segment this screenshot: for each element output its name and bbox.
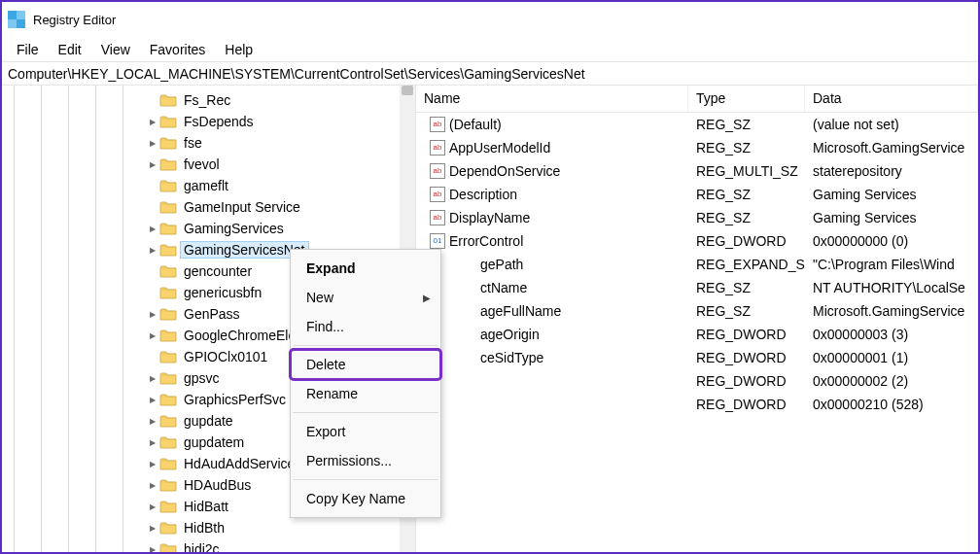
context-menu-item-permissions-[interactable]: Permissions...: [291, 446, 440, 475]
tree-node-label: HidBth: [180, 519, 228, 537]
context-menu-item-expand[interactable]: Expand: [291, 254, 440, 283]
expander-icon[interactable]: ▶: [146, 331, 159, 340]
expander-icon[interactable]: ▶: [146, 225, 159, 233]
expander-icon[interactable]: ▶: [146, 139, 159, 148]
value-row[interactable]: 01ageOriginREG_DWORD0x00000003 (3): [416, 323, 978, 346]
value-row[interactable]: abDependOnServiceREG_MULTI_SZstatereposi…: [416, 159, 978, 183]
value-row[interactable]: 01TypeREG_DWORD0x00000210 (528): [416, 393, 978, 416]
value-row[interactable]: abDisplayNameREG_SZGaming Services: [416, 206, 978, 229]
tree-node-label: gupdate: [180, 412, 237, 430]
value-type: REG_DWORD: [688, 372, 805, 390]
context-menu-item-new[interactable]: New▶: [291, 283, 440, 312]
value-row[interactable]: 01ErrorControlREG_DWORD0x00000000 (0): [416, 229, 978, 253]
expander-icon[interactable]: ▶: [146, 524, 159, 533]
expander-icon[interactable]: ▶: [146, 374, 159, 383]
context-menu-item-export[interactable]: Export: [291, 417, 440, 446]
value-data: NT AUTHORITY\LocalSe: [805, 279, 978, 296]
value-data: 0x00000002 (2): [805, 372, 978, 390]
context-menu-label: Delete: [306, 357, 345, 372]
value-row[interactable]: ab(Default)REG_SZ(value not set): [416, 113, 978, 136]
address-bar[interactable]: Computer\HKEY_LOCAL_MACHINE\SYSTEM\Curre…: [2, 62, 978, 86]
expander-icon[interactable]: ▶: [146, 160, 159, 169]
tree-node[interactable]: ▶HidBth: [142, 517, 415, 538]
value-row[interactable]: abAppUserModelIdREG_SZMicrosoft.GamingSe…: [416, 136, 978, 159]
folder-icon: [159, 286, 177, 299]
value-row[interactable]: abctNameREG_SZNT AUTHORITY\LocalSe: [416, 276, 978, 299]
context-menu-item-find-[interactable]: Find...: [291, 312, 440, 341]
context-menu-item-copy-key-name[interactable]: Copy Key Name: [291, 484, 440, 513]
context-menu-label: Permissions...: [306, 453, 392, 468]
menu-item-file[interactable]: File: [7, 39, 49, 60]
menu-item-view[interactable]: View: [91, 39, 140, 60]
column-header-type[interactable]: Type: [688, 86, 805, 112]
tree-node[interactable]: ▶GamingServices: [142, 218, 415, 239]
value-name-cell: 01ageOrigin: [416, 326, 688, 343]
value-row[interactable]: abgePathREG_EXPAND_SZ"C:\Program Files\W…: [416, 253, 978, 276]
value-name: ageOrigin: [480, 327, 540, 342]
folder-icon: [159, 243, 177, 257]
string-value-icon: ab: [430, 163, 445, 179]
tree-node-label: genericusbfn: [180, 284, 265, 301]
tree-node[interactable]: ▶fvevol: [142, 154, 415, 175]
tree-node[interactable]: GameInput Service: [142, 196, 415, 218]
tree-node-label: fvevol: [180, 156, 224, 173]
value-data: 0x00000001 (1): [805, 349, 978, 366]
expander-icon[interactable]: ▶: [146, 396, 159, 404]
menu-item-edit[interactable]: Edit: [49, 39, 91, 60]
value-type: REG_SZ: [688, 209, 805, 226]
context-menu-label: Find...: [306, 319, 344, 334]
tree-node-label: gpsvc: [180, 369, 224, 387]
tree-node[interactable]: ▶FsDepends: [142, 111, 415, 132]
tree-node[interactable]: ▶fse: [142, 132, 415, 154]
column-header-data[interactable]: Data: [805, 86, 978, 112]
context-menu-item-delete[interactable]: Delete: [291, 350, 440, 379]
menu-item-favorites[interactable]: Favorites: [140, 39, 216, 60]
values-pane: Name Type Data ab(Default)REG_SZ(value n…: [416, 86, 978, 552]
column-header-name[interactable]: Name: [416, 86, 688, 112]
tree-node[interactable]: ▶hidi2c: [142, 538, 415, 552]
value-name: ctName: [480, 280, 527, 295]
value-type: REG_SZ: [688, 116, 805, 133]
expander-icon[interactable]: ▶: [146, 118, 159, 126]
expander-icon[interactable]: ▶: [146, 438, 159, 447]
expander-icon[interactable]: ▶: [146, 460, 159, 468]
value-name: DisplayName: [449, 210, 530, 225]
folder-icon: [159, 136, 177, 150]
value-type: REG_EXPAND_SZ: [688, 256, 805, 273]
expander-icon[interactable]: ▶: [146, 545, 159, 553]
value-type: REG_SZ: [688, 302, 805, 320]
tree-node-label: GPIOClx0101: [180, 348, 271, 365]
expander-icon[interactable]: ▶: [146, 310, 159, 319]
expander-icon[interactable]: ▶: [146, 481, 159, 490]
value-row[interactable]: 01StartREG_DWORD0x00000002 (2): [416, 369, 978, 393]
tree-node-label: gameflt: [180, 177, 232, 194]
tree-node[interactable]: gameflt: [142, 175, 415, 196]
folder-icon: [159, 200, 177, 214]
submenu-arrow-icon: ▶: [423, 293, 431, 303]
tree-node-label: hidi2c: [180, 540, 224, 552]
expander-icon[interactable]: ▶: [146, 417, 159, 426]
tree-node[interactable]: Fs_Rec: [142, 89, 415, 111]
string-value-icon: ab: [430, 140, 445, 156]
value-name: AppUserModelId: [449, 140, 550, 156]
value-row[interactable]: 01ceSidTypeREG_DWORD0x00000001 (1): [416, 346, 978, 369]
tree-node-label: gupdatem: [180, 433, 248, 451]
expander-icon[interactable]: ▶: [146, 502, 159, 511]
menu-item-help[interactable]: Help: [215, 39, 262, 60]
expander-icon[interactable]: ▶: [146, 246, 159, 255]
tree-node-label: GraphicsPerfSvc: [180, 391, 290, 408]
value-name-cell: abAppUserModelId: [416, 139, 688, 156]
value-name-cell: 01ErrorControl: [416, 232, 688, 250]
scrollbar-thumb[interactable]: [402, 86, 413, 95]
value-name: ageFullName: [480, 303, 561, 319]
value-name: DependOnService: [449, 163, 560, 179]
value-row[interactable]: abageFullNameREG_SZMicrosoft.GamingServi…: [416, 299, 978, 323]
value-type: REG_DWORD: [688, 232, 805, 250]
value-row[interactable]: abDescriptionREG_SZGaming Services: [416, 183, 978, 206]
app-icon: [8, 11, 25, 28]
context-menu-label: Copy Key Name: [306, 491, 405, 506]
context-menu: ExpandNew▶Find...DeleteRenameExportPermi…: [290, 249, 441, 518]
value-data: Gaming Services: [805, 186, 978, 203]
folder-icon: [159, 157, 177, 171]
context-menu-item-rename[interactable]: Rename: [291, 379, 440, 408]
